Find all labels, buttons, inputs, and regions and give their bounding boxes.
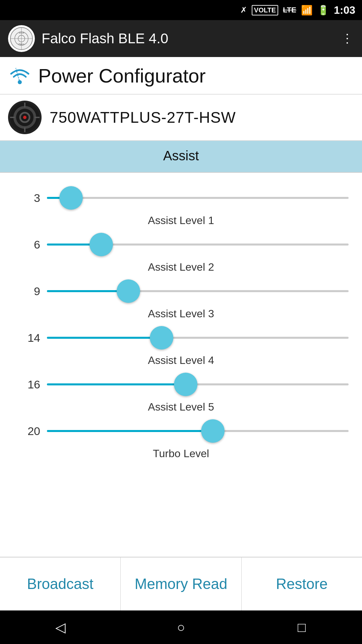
slider-track-1[interactable] [47,188,349,208]
tab-bar: Assist [0,141,362,173]
app-title: Falco Flash BLE 4.0 [42,31,168,47]
slider-label-3: Assist Level 3 [13,308,349,320]
signal-bars: 📶 [301,5,313,16]
nav-bar: ◁ ○ □ [0,610,362,644]
recent-button[interactable]: □ [288,614,315,641]
battery-icon: 🔋 [317,5,329,16]
slider-thumb-turbo[interactable] [201,419,225,443]
slider-row-2: 6 [13,229,349,260]
slider-row-5: 16 [13,369,349,399]
home-button[interactable]: ○ [168,614,194,641]
svg-text:Falco: Falco [18,43,24,45]
slider-fill-4 [47,337,162,339]
status-time: 1:03 [334,4,355,16]
slider-bg-1 [47,197,349,199]
volte-indicator: VOLTE [252,5,278,15]
status-bar: ✗ VOLTE LTE 📶 🔋 1:03 [0,0,362,20]
sliders-section: 3 Assist Level 1 6 Assist Level 2 9 Assi… [0,173,362,557]
slider-label-4: Assist Level 4 [13,354,349,367]
slider-track-3[interactable] [47,281,349,301]
slider-fill-5 [47,383,186,385]
menu-icon[interactable]: ⋮ [341,32,354,46]
device-name: 750WATTPLUS-27T-HSW [50,108,236,126]
svg-text:2018: 2018 [19,32,24,34]
bottom-buttons: Broadcast Memory Read Restore [0,557,362,610]
slider-value-4: 14 [13,331,40,344]
device-icon [8,101,42,134]
slider-thumb-5[interactable] [174,373,197,396]
slider-row-3: 9 [13,276,349,306]
slider-track-5[interactable] [47,374,349,394]
slider-track-4[interactable] [47,328,349,348]
broadcast-button[interactable]: Broadcast [0,557,121,610]
slider-thumb-1[interactable] [59,186,83,210]
slider-row-turbo: 20 [13,416,349,446]
slider-fill-turbo [47,430,213,432]
app-logo: 2018 Falco [8,25,35,52]
slider-label-1: Assist Level 1 [13,214,349,227]
slider-track-2[interactable] [47,234,349,255]
slider-fill-3 [47,290,128,292]
slider-label-2: Assist Level 2 [13,261,349,273]
page-header: Power Configurator [0,57,362,95]
page-title: Power Configurator [38,64,206,87]
lte-indicator: LTE [283,6,296,14]
app-bar: 2018 Falco Falco Flash BLE 4.0 ⋮ [0,20,362,57]
wifi-icon [8,64,32,87]
slider-thumb-4[interactable] [150,326,173,350]
slider-row-1: 3 [13,183,349,213]
slider-value-turbo: 20 [13,425,40,438]
bluetooth-icon: ✗ [240,5,247,15]
device-section: 750WATTPLUS-27T-HSW [0,95,362,141]
slider-thumb-3[interactable] [117,279,140,303]
slider-value-3: 9 [13,285,40,298]
restore-button[interactable]: Restore [242,557,362,610]
tab-assist[interactable]: Assist [0,141,362,172]
slider-track-turbo[interactable] [47,421,349,441]
back-button[interactable]: ◁ [47,614,74,641]
slider-value-5: 16 [13,378,40,391]
slider-label-5: Assist Level 5 [13,401,349,413]
slider-label-turbo: Turbo Level [13,447,349,460]
memory-read-button[interactable]: Memory Read [121,557,241,610]
slider-value-1: 3 [13,192,40,205]
app-bar-left: 2018 Falco Falco Flash BLE 4.0 [8,25,168,52]
svg-point-12 [23,116,26,119]
slider-thumb-2[interactable] [89,233,113,256]
slider-row-4: 14 [13,323,349,353]
slider-value-2: 6 [13,238,40,251]
